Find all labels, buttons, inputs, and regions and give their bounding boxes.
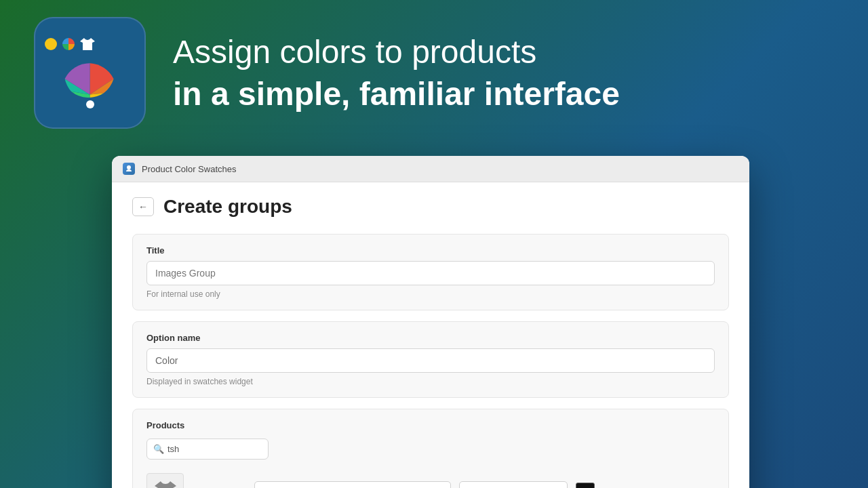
products-label: Products [146,420,715,430]
search-input[interactable] [146,439,269,460]
window-content: ← Create groups Title For internal use o… [112,182,749,488]
option-section: Option name Displayed in swatches widget [132,321,729,398]
product-select-wrapper-1: One Color Two Colors Image / Pattern Pro… [459,481,568,488]
dot-multicolor [62,38,75,50]
title-input[interactable] [146,261,715,285]
titlebar-app-icon [123,163,135,175]
product-text-1[interactable] [254,481,451,488]
products-section: Products 🔍 T-Shirt [132,409,729,488]
hero-line2: in a simple, familiar interface [173,75,620,114]
main-window: Product Color Swatches ← Create groups T… [112,156,749,488]
title-hint: For internal use only [146,289,715,299]
search-icon: 🔍 [153,444,164,454]
back-icon: ← [138,201,148,212]
remove-button-1[interactable]: ✕ [603,483,623,488]
page-header: ← Create groups [132,196,729,218]
option-label: Option name [146,333,715,343]
hero-section: Assign colors to products in a simple, f… [0,0,868,146]
hero-text: Assign colors to products in a simple, f… [173,33,620,113]
hero-line1: Assign colors to products [173,33,620,72]
app-icon-dots [35,38,95,50]
page-title: Create groups [163,196,292,218]
back-button[interactable]: ← [132,197,154,216]
titlebar-label: Product Color Swatches [142,164,236,174]
app-icon [34,17,146,129]
option-input[interactable] [146,348,715,373]
window-titlebar: Product Color Swatches [112,156,749,182]
product-select-1[interactable]: One Color Two Colors Image / Pattern Pro… [459,481,568,488]
color-swatch-1[interactable] [576,483,595,489]
title-section: Title For internal use only [132,234,729,310]
app-icon-bottom-dot [86,100,94,108]
shirt-icon [80,38,95,50]
fan-icon [58,57,122,98]
svg-point-1 [127,165,131,169]
table-row: T-Shirt One Color Two Colors Image / Pat… [146,468,715,488]
search-wrapper: 🔍 [146,439,269,460]
dot-yellow [45,38,57,50]
title-label: Title [146,245,715,256]
option-hint: Displayed in swatches widget [146,377,715,386]
product-thumb [146,473,184,488]
search-row: 🔍 [146,439,715,460]
